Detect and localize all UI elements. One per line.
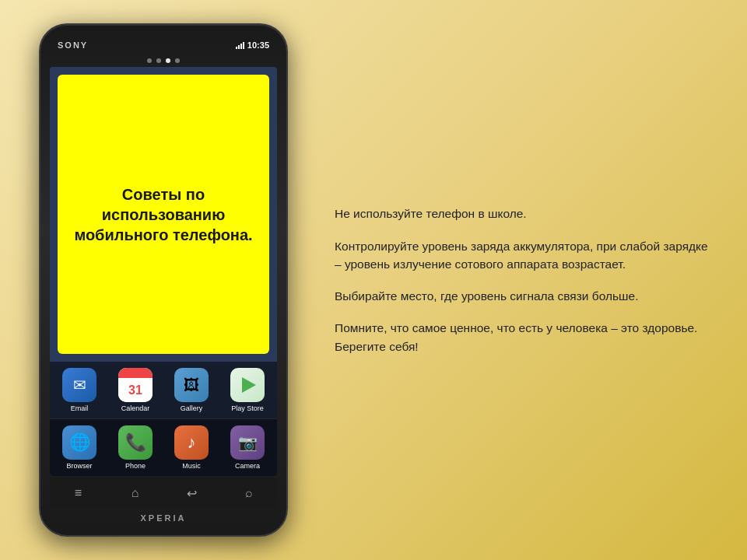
browser-icon: 🌐 — [62, 425, 96, 460]
playstore-label: Play Store — [231, 404, 264, 412]
app-playstore[interactable]: Play Store — [223, 368, 272, 412]
text-content: Не используйте телефон в школе. Контроли… — [311, 173, 747, 387]
phone-app-label: Phone — [125, 462, 146, 470]
tip-3: Выбирайте место, где уровень сигнала свя… — [335, 287, 716, 305]
playstore-icon — [230, 368, 265, 402]
phone-top-bar: SONY 10:35 — [50, 34, 277, 56]
yellow-card-title: Советы по использованию мобильного телеф… — [70, 184, 257, 245]
dot-1 — [147, 58, 152, 63]
app-email[interactable]: ✉ Email — [54, 368, 104, 412]
tip-2: Контролируйте уровень заряда аккумулятор… — [335, 237, 716, 274]
music-label: Music — [182, 462, 201, 470]
dot-3 — [166, 58, 170, 63]
nav-bar: ≡ ⌂ ↩ ⌕ — [50, 478, 277, 509]
app-camera[interactable]: 📷 Camera — [223, 425, 272, 470]
nav-search-button[interactable]: ⌕ — [235, 479, 263, 507]
dot-4 — [175, 58, 180, 63]
app-grid-row1: ✉ Email 31 Calendar 🖼 — [50, 362, 277, 418]
browser-label: Browser — [66, 462, 92, 470]
yellow-card: Советы по использованию мобильного телеф… — [58, 75, 269, 354]
email-label: Email — [71, 404, 89, 412]
nav-menu-button[interactable]: ≡ — [65, 479, 93, 507]
phone-container: SONY 10:35 Советы по использованию — [16, 8, 311, 552]
gallery-label: Gallery — [181, 404, 203, 412]
phone: SONY 10:35 Советы по использованию — [39, 23, 288, 537]
camera-icon: 📷 — [230, 425, 265, 460]
nav-home-button[interactable]: ⌂ — [121, 479, 149, 507]
app-calendar[interactable]: 31 Calendar — [110, 368, 160, 412]
signal-icon — [236, 41, 244, 49]
phone-screen: Советы по использованию мобильного телеф… — [50, 67, 277, 476]
tip-4: Помните, что самое ценное, что есть у че… — [335, 319, 716, 355]
email-icon: ✉ — [62, 368, 96, 402]
calendar-label: Calendar — [121, 404, 150, 412]
page-dots — [50, 56, 277, 65]
app-gallery[interactable]: 🖼 Gallery — [167, 368, 216, 412]
xperia-label: XPERIA — [50, 509, 277, 526]
phone-app-icon: 📞 — [118, 425, 153, 460]
gallery-icon: 🖼 — [174, 368, 209, 402]
time-display: 10:35 — [247, 40, 269, 50]
app-browser[interactable]: 🌐 Browser — [54, 425, 104, 470]
app-phone[interactable]: 📞 Phone — [110, 425, 160, 470]
nav-back-button[interactable]: ↩ — [178, 479, 206, 507]
status-bar: 10:35 — [236, 40, 269, 50]
dot-2 — [156, 58, 161, 63]
sony-logo: SONY — [58, 40, 88, 50]
calendar-icon: 31 — [118, 368, 153, 402]
tip-1: Не используйте телефон в школе. — [335, 205, 716, 222]
music-icon: ♪ — [174, 425, 209, 460]
app-music[interactable]: ♪ Music — [167, 425, 216, 470]
app-grid-row2: 🌐 Browser 📞 Phone ♪ Music — [50, 418, 277, 476]
camera-label: Camera — [235, 462, 260, 470]
